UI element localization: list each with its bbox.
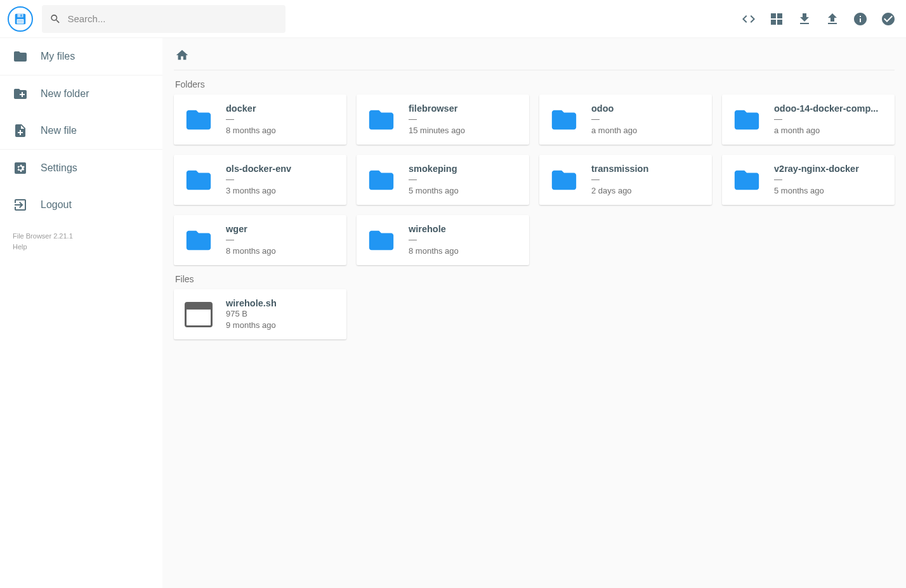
item-size: — <box>774 174 859 185</box>
file-card[interactable]: wirehole.sh975 B9 months ago <box>174 289 346 339</box>
item-size: — <box>226 174 291 185</box>
item-name: smokeping <box>409 164 459 174</box>
svg-rect-1 <box>17 13 23 17</box>
item-name: wger <box>226 224 276 234</box>
folder-card[interactable]: filebrowser—15 minutes ago <box>357 95 529 145</box>
sidebar-item-settings[interactable]: Settings <box>0 150 162 186</box>
folder-meta: v2ray-nginx-docker—5 months ago <box>774 164 859 196</box>
info-icon <box>853 11 868 27</box>
folder-thumb <box>548 104 580 136</box>
sidebar-item-new-folder[interactable]: New folder <box>0 75 162 112</box>
item-size: — <box>774 114 878 125</box>
main-content: Folders docker—8 months agofilebrowser—1… <box>162 38 906 360</box>
item-size: — <box>409 114 465 125</box>
file-generic-icon <box>185 302 213 327</box>
file-thumb <box>183 299 214 330</box>
upload-button[interactable] <box>825 11 840 27</box>
info-button[interactable] <box>853 11 868 27</box>
sidebar-credits: File Browser 2.21.1 Help <box>0 223 162 259</box>
sidebar-item-label: My files <box>41 51 75 62</box>
item-time: a month ago <box>591 125 637 136</box>
folder-icon <box>184 105 213 134</box>
view-toggle-button[interactable] <box>769 11 784 27</box>
folder-thumb <box>365 164 397 196</box>
shell-toggle-button[interactable] <box>741 11 756 27</box>
folder-icon <box>13 49 28 64</box>
item-time: 8 months ago <box>409 245 459 257</box>
sidebar-item-my-files[interactable]: My files <box>0 38 162 75</box>
item-size: — <box>591 114 637 125</box>
create-new-folder-icon <box>13 86 28 101</box>
folder-thumb <box>731 164 763 196</box>
item-name: wirehole <box>409 224 459 234</box>
folder-card[interactable]: ols-docker-env—3 months ago <box>174 155 346 205</box>
folder-card[interactable]: wger—8 months ago <box>174 215 346 265</box>
item-name: v2ray-nginx-docker <box>774 164 859 174</box>
search-box[interactable] <box>42 5 286 33</box>
app-logo[interactable] <box>8 6 33 32</box>
item-time: 5 months ago <box>774 185 859 197</box>
item-name: filebrowser <box>409 103 465 114</box>
item-time: 15 minutes ago <box>409 125 465 136</box>
folder-card[interactable]: odoo—a month ago <box>539 95 712 145</box>
folder-card[interactable]: v2ray-nginx-docker—5 months ago <box>722 155 895 205</box>
item-size: — <box>409 234 459 245</box>
folder-card[interactable]: smokeping—5 months ago <box>357 155 529 205</box>
version-text: File Browser 2.21.1 <box>13 231 150 242</box>
folder-icon <box>732 166 761 195</box>
folder-meta: docker—8 months ago <box>226 103 276 136</box>
folder-card[interactable]: transmission—2 days ago <box>539 155 712 205</box>
search-input[interactable] <box>67 13 278 24</box>
help-link[interactable]: Help <box>13 242 150 252</box>
header-actions <box>741 11 896 27</box>
upload-icon <box>825 11 840 27</box>
folder-card[interactable]: wirehole—8 months ago <box>357 215 529 265</box>
item-name: odoo-14-docker-comp... <box>774 103 878 114</box>
folder-icon <box>549 166 579 195</box>
folder-meta: odoo—a month ago <box>591 103 637 136</box>
logout-icon <box>13 197 28 212</box>
sidebar-item-label: Settings <box>41 162 77 174</box>
search-icon <box>49 13 61 25</box>
grid-view-icon <box>769 11 784 27</box>
svg-rect-4 <box>18 20 23 20</box>
files-grid: wirehole.sh975 B9 months ago <box>174 289 895 339</box>
svg-rect-2 <box>20 14 22 16</box>
folder-meta: odoo-14-docker-comp...—a month ago <box>774 103 878 136</box>
select-all-button[interactable] <box>881 11 896 27</box>
item-time: 9 months ago <box>226 320 277 331</box>
folder-thumb <box>548 164 580 196</box>
folder-thumb <box>183 104 214 136</box>
folder-card[interactable]: odoo-14-docker-comp...—a month ago <box>722 95 895 145</box>
folder-thumb <box>731 104 763 136</box>
item-name: docker <box>226 103 276 114</box>
svg-rect-3 <box>17 19 24 23</box>
home-icon[interactable] <box>175 48 189 62</box>
folder-thumb <box>365 104 397 136</box>
item-name: transmission <box>591 164 648 174</box>
download-icon <box>797 11 812 27</box>
section-title-files: Files <box>175 274 895 284</box>
floppy-disk-icon <box>13 12 27 26</box>
folder-card[interactable]: docker—8 months ago <box>174 95 346 145</box>
item-size: — <box>591 174 648 185</box>
item-size: — <box>226 114 276 125</box>
folder-icon <box>732 105 761 134</box>
folder-icon <box>549 105 579 134</box>
svg-rect-5 <box>18 22 23 22</box>
note-add-icon <box>13 123 28 138</box>
folder-thumb <box>183 225 214 256</box>
folder-meta: smokeping—5 months ago <box>409 164 459 196</box>
header <box>0 0 906 38</box>
folder-meta: transmission—2 days ago <box>591 164 648 196</box>
download-button[interactable] <box>797 11 812 27</box>
folder-icon <box>367 105 396 134</box>
sidebar-item-new-file[interactable]: New file <box>0 112 162 149</box>
item-name: ols-docker-env <box>226 164 291 174</box>
item-time: 2 days ago <box>591 185 648 197</box>
folder-thumb <box>183 164 214 196</box>
item-size: — <box>226 234 276 245</box>
sidebar-item-logout[interactable]: Logout <box>0 186 162 223</box>
item-time: a month ago <box>774 125 878 136</box>
folder-thumb <box>365 225 397 256</box>
